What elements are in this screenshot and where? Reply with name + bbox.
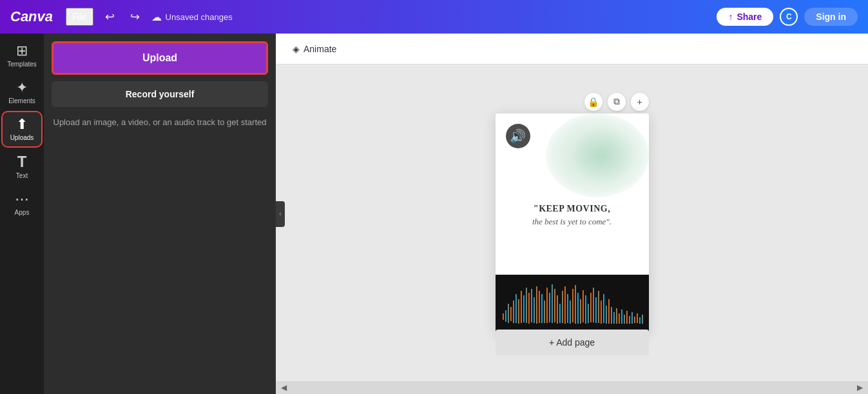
svg-rect-43 bbox=[613, 312, 615, 324]
left-panel: Upload Record yourself Upload an image, … bbox=[44, 34, 276, 394]
canvas-toolbar: ◈ Animate bbox=[276, 34, 868, 64]
card-waveform bbox=[496, 275, 649, 333]
sidebar-item-uploads[interactable]: ⬆ Uploads bbox=[3, 112, 41, 146]
design-card: 🔊 "KEEP MOVING, the best is yet to come"… bbox=[496, 113, 649, 333]
uploads-label: Uploads bbox=[10, 134, 34, 141]
svg-rect-45 bbox=[619, 313, 620, 324]
svg-rect-4 bbox=[513, 300, 514, 323]
sidebar: ⊞ Templates ✦ Elements ⬆ Uploads T Text … bbox=[0, 34, 44, 394]
svg-rect-28 bbox=[575, 285, 576, 324]
svg-rect-53 bbox=[639, 317, 641, 324]
svg-rect-32 bbox=[585, 295, 586, 324]
add-page-bar: + Add page bbox=[496, 330, 649, 355]
lock-icon-btn[interactable]: 🔒 bbox=[584, 93, 603, 111]
svg-rect-46 bbox=[621, 310, 622, 324]
waveform-svg bbox=[501, 281, 643, 326]
add-page-icon-btn[interactable]: + bbox=[631, 93, 649, 111]
elements-label: Elements bbox=[8, 97, 35, 104]
apps-label: Apps bbox=[15, 209, 30, 216]
svg-rect-30 bbox=[580, 299, 581, 324]
card-text-area: "KEEP MOVING, the best is yet to come". bbox=[496, 204, 649, 227]
svg-rect-3 bbox=[510, 307, 512, 321]
svg-rect-10 bbox=[528, 293, 530, 324]
card-quote-line2: the best is yet to come". bbox=[503, 217, 641, 227]
design-card-wrapper: 🔒 ⧉ + 🔊 "KEEP MOVING, the best is bbox=[496, 113, 649, 333]
svg-rect-11 bbox=[531, 289, 532, 322]
svg-rect-16 bbox=[544, 300, 545, 323]
svg-rect-21 bbox=[557, 295, 558, 324]
share-label: Share bbox=[737, 12, 762, 22]
canvas-content[interactable]: 🔒 ⧉ + 🔊 "KEEP MOVING, the best is bbox=[276, 64, 868, 381]
svg-rect-33 bbox=[588, 304, 589, 323]
watercolor-blob-2 bbox=[572, 126, 636, 184]
text-icon: T bbox=[17, 154, 27, 170]
svg-rect-44 bbox=[616, 308, 617, 324]
svg-rect-7 bbox=[521, 291, 522, 323]
svg-rect-5 bbox=[516, 294, 517, 323]
avatar: C bbox=[780, 8, 798, 26]
svg-rect-25 bbox=[567, 294, 568, 323]
copy-icon-btn[interactable]: ⧉ bbox=[608, 93, 626, 111]
svg-rect-40 bbox=[606, 306, 607, 324]
svg-rect-27 bbox=[572, 289, 574, 322]
svg-rect-51 bbox=[634, 317, 635, 323]
svg-rect-1 bbox=[505, 310, 506, 322]
svg-rect-42 bbox=[611, 307, 612, 324]
card-top-icons: 🔒 ⧉ + bbox=[584, 93, 649, 111]
svg-rect-31 bbox=[583, 290, 584, 322]
svg-rect-47 bbox=[624, 315, 625, 324]
canva-logo: Canva bbox=[10, 8, 53, 25]
add-page-button[interactable]: + Add page bbox=[496, 330, 649, 355]
signin-label: Sign in bbox=[816, 12, 846, 22]
card-quote-line1: "KEEP MOVING, bbox=[503, 204, 641, 214]
svg-rect-26 bbox=[570, 300, 571, 324]
sidebar-item-elements[interactable]: ✦ Elements bbox=[3, 75, 41, 110]
hide-icon: ‹ bbox=[279, 210, 281, 217]
templates-icon: ⊞ bbox=[16, 44, 28, 58]
share-icon: ↑ bbox=[728, 12, 733, 22]
svg-rect-50 bbox=[632, 312, 633, 324]
animate-button[interactable]: ◈ Animate bbox=[286, 40, 343, 58]
sidebar-item-apps[interactable]: ⋯ Apps bbox=[3, 187, 41, 221]
svg-rect-48 bbox=[626, 311, 628, 324]
scroll-right[interactable]: ▶ bbox=[857, 383, 863, 392]
templates-label: Templates bbox=[7, 61, 37, 68]
svg-rect-52 bbox=[637, 313, 638, 323]
apps-icon: ⋯ bbox=[15, 192, 29, 206]
record-button[interactable]: Record yourself bbox=[52, 81, 268, 107]
sidebar-item-text[interactable]: T Text bbox=[3, 149, 41, 184]
file-menu[interactable]: File bbox=[66, 8, 93, 26]
animate-icon: ◈ bbox=[293, 44, 300, 54]
svg-rect-35 bbox=[593, 288, 594, 322]
svg-rect-41 bbox=[608, 299, 610, 324]
upload-hint: Upload an image, a video, or an audio tr… bbox=[52, 116, 268, 129]
svg-rect-29 bbox=[577, 293, 579, 324]
svg-rect-37 bbox=[598, 291, 599, 323]
redo-button[interactable]: ↪ bbox=[126, 7, 144, 26]
svg-rect-38 bbox=[601, 300, 602, 324]
svg-rect-23 bbox=[562, 291, 563, 323]
sound-icon[interactable]: 🔊 bbox=[506, 124, 530, 148]
svg-rect-2 bbox=[508, 304, 509, 323]
svg-rect-34 bbox=[590, 293, 592, 322]
elements-icon: ✦ bbox=[16, 81, 28, 95]
svg-rect-39 bbox=[603, 294, 604, 323]
svg-rect-49 bbox=[629, 316, 630, 324]
upload-button[interactable]: Upload bbox=[52, 41, 268, 75]
svg-rect-6 bbox=[518, 299, 519, 324]
scroll-left[interactable]: ◀ bbox=[281, 383, 287, 392]
svg-rect-9 bbox=[526, 288, 527, 323]
hide-panel-toggle[interactable]: ‹ bbox=[276, 201, 285, 227]
text-label: Text bbox=[16, 172, 28, 179]
signin-button[interactable]: Sign in bbox=[804, 8, 858, 26]
animate-label: Animate bbox=[304, 44, 336, 54]
svg-rect-36 bbox=[595, 297, 597, 323]
sidebar-item-templates[interactable]: ⊞ Templates bbox=[3, 39, 41, 73]
svg-rect-22 bbox=[559, 304, 561, 323]
share-button[interactable]: ↑ Share bbox=[717, 8, 773, 26]
svg-rect-13 bbox=[536, 286, 537, 324]
topbar: Canva File ↩ ↪ ☁ Unsaved changes ↑ Share… bbox=[0, 0, 868, 34]
undo-button[interactable]: ↩ bbox=[101, 7, 119, 26]
unsaved-indicator: ☁ Unsaved changes bbox=[151, 11, 233, 23]
uploads-icon: ⬆ bbox=[16, 117, 28, 132]
